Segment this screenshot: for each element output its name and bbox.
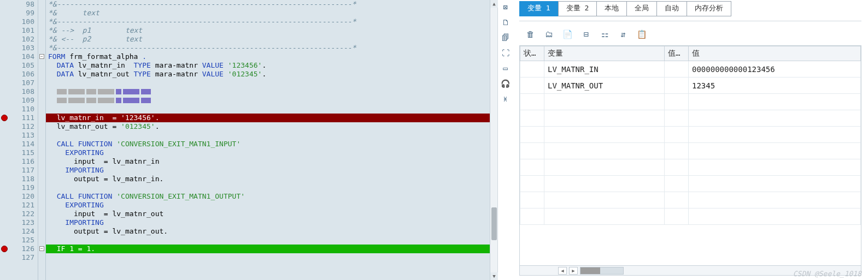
tab-5[interactable]: 内存分析 bbox=[687, 1, 731, 16]
variables-table: 状… 变量 值… 值 LV_MATNR_IN000000000000123456… bbox=[520, 46, 861, 225]
code-line-102[interactable]: *& <-- p2 text bbox=[46, 35, 497, 44]
empty-row[interactable] bbox=[520, 94, 861, 110]
remove-row-icon[interactable]: ⊟ bbox=[580, 29, 591, 40]
breakpoint-gutter[interactable] bbox=[0, 0, 9, 280]
scroll-down-arrow[interactable]: ▼ bbox=[490, 272, 498, 280]
page-list-icon[interactable]: 📄 bbox=[562, 29, 573, 40]
obscured-line bbox=[46, 87, 497, 96]
code-line-125[interactable] bbox=[46, 236, 497, 245]
scroll-left-arrow[interactable]: ◀ bbox=[558, 267, 567, 275]
code-editor-pane: 9899100101102103104105106107108109110111… bbox=[0, 0, 497, 280]
code-line-105[interactable]: DATA lv_matnr_in TYPE mara-matnr VALUE '… bbox=[46, 61, 497, 70]
code-line-126[interactable]: IF 1 = 1. bbox=[46, 245, 497, 253]
col-header-status[interactable]: 状… bbox=[520, 46, 544, 61]
code-area[interactable]: *&--------------------------------------… bbox=[46, 0, 497, 280]
columns-config-icon[interactable]: ⚏ bbox=[599, 29, 610, 40]
tab-bar: 变量 1变量 2本地全局自动内存分析 bbox=[519, 1, 866, 16]
code-line-119[interactable] bbox=[46, 183, 497, 192]
copy-doc-icon[interactable]: 🗐 bbox=[501, 33, 511, 43]
code-line-107[interactable] bbox=[46, 79, 497, 87]
empty-row[interactable] bbox=[520, 208, 861, 225]
code-line-123[interactable]: IMPORTING bbox=[46, 218, 497, 227]
col-header-valtype[interactable]: 值… bbox=[665, 46, 689, 61]
scroll-thumb[interactable] bbox=[491, 207, 497, 240]
var-name: LV_MATNR_OUT bbox=[544, 78, 665, 94]
code-line-121[interactable]: EXPORTING bbox=[46, 201, 497, 210]
line-number-gutter: 9899100101102103104105106107108109110111… bbox=[9, 0, 38, 280]
code-line-114[interactable]: CALL FUNCTION 'CONVERSION_EXIT_MATN1_INP… bbox=[46, 140, 497, 148]
variable-row[interactable]: LV_MATNR_IN000000000000123456 bbox=[520, 61, 861, 78]
empty-row[interactable] bbox=[520, 159, 861, 176]
sort-icon[interactable]: ⇵ bbox=[618, 29, 629, 40]
scroll-track[interactable] bbox=[580, 267, 624, 275]
new-doc-icon[interactable]: 🗋 bbox=[501, 17, 511, 27]
save-variant-icon[interactable]: 🗂 bbox=[543, 29, 554, 40]
fullscreen-icon[interactable]: ⛶ bbox=[501, 48, 511, 58]
scroll-up-arrow[interactable]: ▲ bbox=[490, 0, 498, 8]
tab-2[interactable]: 本地 bbox=[596, 1, 627, 16]
code-line-122[interactable]: input = lv_matnr_out bbox=[46, 210, 497, 218]
vertical-scrollbar[interactable]: ▲ ▼ bbox=[490, 0, 497, 280]
empty-row[interactable] bbox=[520, 127, 861, 143]
delete-icon[interactable]: 🗑 bbox=[525, 29, 536, 40]
obscured-line bbox=[46, 96, 497, 105]
code-line-115[interactable]: EXPORTING bbox=[46, 148, 497, 157]
code-line-116[interactable]: input = lv_matnr_in bbox=[46, 157, 497, 166]
headphones-icon[interactable]: 🎧 bbox=[501, 79, 511, 88]
code-line-99[interactable]: *& text bbox=[46, 9, 497, 17]
flowchart-icon[interactable]: 🝍 bbox=[501, 94, 511, 104]
tab-0[interactable]: 变量 1 bbox=[519, 1, 559, 16]
code-line-124[interactable]: output = lv_matnr_out. bbox=[46, 227, 497, 236]
code-line-104[interactable]: FORM frm_format_alpha . bbox=[46, 52, 497, 61]
empty-row[interactable] bbox=[520, 110, 861, 127]
code-line-101[interactable]: *& --> p1 text bbox=[46, 26, 497, 35]
tab-3[interactable]: 全局 bbox=[626, 1, 657, 16]
code-line-127[interactable] bbox=[46, 253, 497, 262]
editor-icon-strip: ⊠🗋🗐⛶▭🎧🝍 bbox=[497, 0, 513, 280]
breakpoint-icon[interactable] bbox=[1, 246, 8, 252]
code-line-111[interactable]: lv_matnr_in = '123456'. bbox=[46, 114, 497, 122]
code-line-112[interactable]: lv_matnr_out = '012345'. bbox=[46, 122, 497, 131]
col-header-variable[interactable]: 变量 bbox=[544, 46, 665, 61]
code-line-98[interactable]: *&--------------------------------------… bbox=[46, 0, 497, 9]
code-line-100[interactable]: *&--------------------------------------… bbox=[46, 17, 497, 26]
window-icon[interactable]: ▭ bbox=[501, 63, 511, 73]
clipboard-icon[interactable]: 📋 bbox=[636, 29, 647, 40]
empty-row[interactable] bbox=[520, 176, 861, 192]
empty-row[interactable] bbox=[520, 192, 861, 208]
code-line-118[interactable]: output = lv_matnr_in. bbox=[46, 175, 497, 183]
scroll-right-arrow[interactable]: ▶ bbox=[569, 267, 578, 275]
close-box-icon[interactable]: ⊠ bbox=[501, 2, 511, 12]
scroll-thumb-h[interactable] bbox=[580, 267, 600, 274]
code-line-103[interactable]: *&--------------------------------------… bbox=[46, 44, 497, 52]
code-line-120[interactable]: CALL FUNCTION 'CONVERSION_EXIT_MATN1_OUT… bbox=[46, 192, 497, 201]
variables-table-wrap: 状… 变量 值… 值 LV_MATNR_IN000000000000123456… bbox=[519, 45, 861, 276]
breakpoint-icon[interactable] bbox=[1, 115, 8, 121]
watermark: CSDN @Seele_1018 bbox=[793, 270, 861, 278]
var-value: 000000000000123456 bbox=[689, 61, 861, 78]
code-line-117[interactable]: IMPORTING bbox=[46, 166, 497, 175]
variable-row[interactable]: LV_MATNR_OUT12345 bbox=[520, 78, 861, 94]
variables-pane: 变量 1变量 2本地全局自动内存分析 🗑🗂📄⊟⚏⇵📋 状… 变量 值… 值 LV… bbox=[513, 0, 868, 280]
var-name: LV_MATNR_IN bbox=[544, 61, 665, 78]
tab-1[interactable]: 变量 2 bbox=[558, 1, 597, 16]
fold-gutter[interactable]: −− bbox=[38, 0, 46, 280]
empty-row[interactable] bbox=[520, 143, 861, 159]
var-value: 12345 bbox=[689, 78, 861, 94]
fold-toggle[interactable]: − bbox=[39, 246, 44, 251]
col-header-value[interactable]: 值 bbox=[689, 46, 861, 61]
tab-4[interactable]: 自动 bbox=[656, 1, 687, 16]
variables-toolbar: 🗑🗂📄⊟⚏⇵📋 bbox=[515, 21, 866, 45]
code-line-106[interactable]: DATA lv_matnr_out TYPE mara-matnr VALUE … bbox=[46, 70, 497, 79]
code-line-113[interactable] bbox=[46, 131, 497, 140]
fold-toggle[interactable]: − bbox=[39, 54, 44, 59]
code-line-110[interactable] bbox=[46, 105, 497, 114]
